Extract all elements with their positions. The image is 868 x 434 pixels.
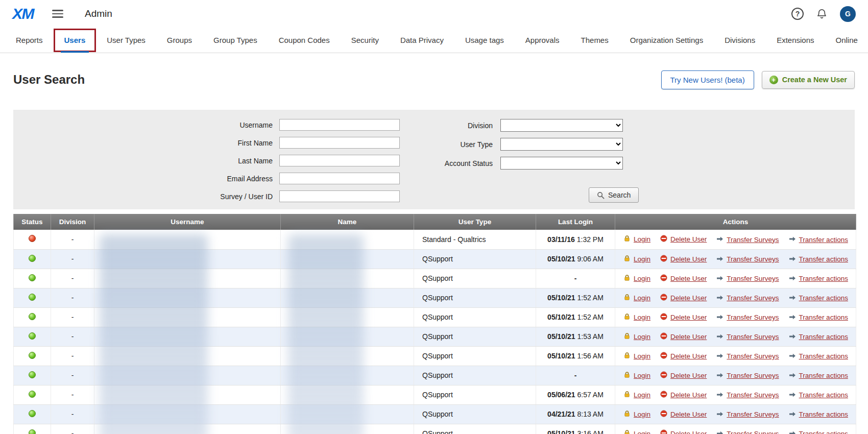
transfer-actions-link[interactable]: Transfer actions xyxy=(799,352,848,360)
login-link[interactable]: Login xyxy=(634,235,650,243)
transfer-surveys-link[interactable]: Transfer Surveys xyxy=(727,352,779,360)
tab-security[interactable]: Security xyxy=(341,28,390,53)
tab-group-types[interactable]: Group Types xyxy=(203,28,268,53)
last-login-cell: 05/06/21 6:57 AM xyxy=(536,385,615,404)
last-login-cell: - xyxy=(536,269,615,288)
transfer-surveys-link[interactable]: Transfer Surveys xyxy=(727,333,779,341)
create-new-user-button[interactable]: + Create a New User xyxy=(762,71,855,89)
login-link[interactable]: Login xyxy=(634,352,650,360)
delete-user-link[interactable]: Delete User xyxy=(670,333,707,341)
transfer-surveys-link[interactable]: Transfer Surveys xyxy=(727,372,779,379)
transfer-actions-link[interactable]: Transfer actions xyxy=(799,236,848,244)
login-link[interactable]: Login xyxy=(634,430,650,434)
tab-coupon-codes[interactable]: Coupon Codes xyxy=(268,28,341,53)
tab-users[interactable]: Users xyxy=(54,28,97,53)
last-login-cell: 05/10/21 1:53 AM xyxy=(536,327,615,346)
actions-cell: LoginDelete UserTransfer SurveysTransfer… xyxy=(615,327,856,346)
status-cell xyxy=(14,424,51,434)
menu-icon[interactable] xyxy=(52,10,63,18)
no-entry-icon xyxy=(660,313,667,322)
tab-approvals[interactable]: Approvals xyxy=(515,28,570,53)
delete-user-link[interactable]: Delete User xyxy=(670,314,707,321)
transfer-surveys-link[interactable]: Transfer Surveys xyxy=(727,255,779,263)
arrow-right-icon xyxy=(716,391,724,399)
user-type-cell: QSupport xyxy=(414,404,536,424)
transfer-actions-link[interactable]: Transfer actions xyxy=(799,391,848,399)
login-link[interactable]: Login xyxy=(634,314,650,321)
survey-user-id-input[interactable] xyxy=(279,190,400,202)
tab-online[interactable]: Online xyxy=(825,28,868,53)
username-cell xyxy=(94,269,281,288)
table-row: -QSupport05/10/21 1:53 AMLoginDelete Use… xyxy=(14,327,856,346)
email-address-input[interactable] xyxy=(279,173,400,184)
login-link[interactable]: Login xyxy=(634,411,650,418)
user-type-select[interactable] xyxy=(500,138,623,151)
transfer-surveys-link[interactable]: Transfer Surveys xyxy=(727,411,779,418)
tab-user-types[interactable]: User Types xyxy=(96,28,156,53)
login-link[interactable]: Login xyxy=(634,255,650,263)
login-link[interactable]: Login xyxy=(634,391,650,399)
transfer-actions-link[interactable]: Transfer actions xyxy=(799,255,848,263)
tab-label: Security xyxy=(351,36,379,44)
delete-user-link[interactable]: Delete User xyxy=(670,391,707,399)
name-cell xyxy=(281,366,414,385)
division-cell: - xyxy=(51,346,94,366)
status-cell xyxy=(14,269,51,288)
results-table: StatusDivisionUsernameNameUser TypeLast … xyxy=(13,214,856,434)
avatar[interactable]: G xyxy=(840,6,856,22)
transfer-actions-link[interactable]: Transfer actions xyxy=(799,430,848,434)
division-select[interactable] xyxy=(500,119,623,132)
transfer-actions-link[interactable]: Transfer actions xyxy=(799,294,848,302)
delete-user-link[interactable]: Delete User xyxy=(670,235,707,243)
bell-icon[interactable] xyxy=(816,8,828,20)
tab-data-privacy[interactable]: Data Privacy xyxy=(390,28,454,53)
last-name-input[interactable] xyxy=(279,155,400,166)
transfer-actions-link[interactable]: Transfer actions xyxy=(799,275,848,282)
login-link[interactable]: Login xyxy=(634,275,650,282)
tab-extensions[interactable]: Extensions xyxy=(766,28,825,53)
tab-usage-tags[interactable]: Usage tags xyxy=(454,28,515,53)
col-header-status: Status xyxy=(14,214,51,230)
transfer-actions-link[interactable]: Transfer actions xyxy=(799,372,848,379)
xm-logo[interactable]: XM xyxy=(12,5,34,22)
tab-organization-settings[interactable]: Organization Settings xyxy=(619,28,714,53)
top-right-icons: ? G xyxy=(791,6,856,22)
status-green-icon xyxy=(29,371,36,378)
transfer-surveys-link[interactable]: Transfer Surveys xyxy=(727,391,779,399)
tab-themes[interactable]: Themes xyxy=(570,28,619,53)
username-cell xyxy=(94,230,281,249)
transfer-actions-link[interactable]: Transfer actions xyxy=(799,411,848,418)
username-input[interactable] xyxy=(279,119,400,131)
delete-user-link[interactable]: Delete User xyxy=(670,352,707,360)
delete-user-link[interactable]: Delete User xyxy=(670,255,707,263)
app-title: Admin xyxy=(85,8,112,19)
transfer-actions-link[interactable]: Transfer actions xyxy=(799,333,848,341)
login-link[interactable]: Login xyxy=(634,294,650,302)
transfer-surveys-link[interactable]: Transfer Surveys xyxy=(727,275,779,282)
login-link[interactable]: Login xyxy=(634,372,650,379)
tab-reports[interactable]: Reports xyxy=(5,28,54,53)
tab-groups[interactable]: Groups xyxy=(156,28,203,53)
delete-user-link[interactable]: Delete User xyxy=(670,411,707,418)
try-new-users-button[interactable]: Try New Users! (beta) xyxy=(661,70,754,89)
division-cell: - xyxy=(51,288,94,307)
delete-user-link[interactable]: Delete User xyxy=(670,275,707,282)
transfer-surveys-link[interactable]: Transfer Surveys xyxy=(727,294,779,302)
account-status-select[interactable] xyxy=(500,157,623,170)
transfer-actions-link[interactable]: Transfer actions xyxy=(799,314,848,321)
first-name-input[interactable] xyxy=(279,137,400,149)
transfer-surveys-link[interactable]: Transfer Surveys xyxy=(727,236,779,244)
last-login-cell: 05/10/21 1:56 AM xyxy=(536,346,615,366)
arrow-right-icon xyxy=(716,411,724,419)
tab-divisions[interactable]: Divisions xyxy=(714,28,766,53)
user-type-cell: QSupport xyxy=(414,288,536,307)
delete-user-link[interactable]: Delete User xyxy=(670,372,707,379)
search-button[interactable]: Search xyxy=(589,187,639,203)
help-icon[interactable]: ? xyxy=(791,8,804,20)
delete-user-link[interactable]: Delete User xyxy=(670,294,707,302)
login-link[interactable]: Login xyxy=(634,333,650,341)
actions-cell: LoginDelete UserTransfer SurveysTransfer… xyxy=(615,424,856,434)
delete-user-link[interactable]: Delete User xyxy=(670,430,707,434)
transfer-surveys-link[interactable]: Transfer Surveys xyxy=(727,314,779,321)
transfer-surveys-link[interactable]: Transfer Surveys xyxy=(727,430,779,434)
